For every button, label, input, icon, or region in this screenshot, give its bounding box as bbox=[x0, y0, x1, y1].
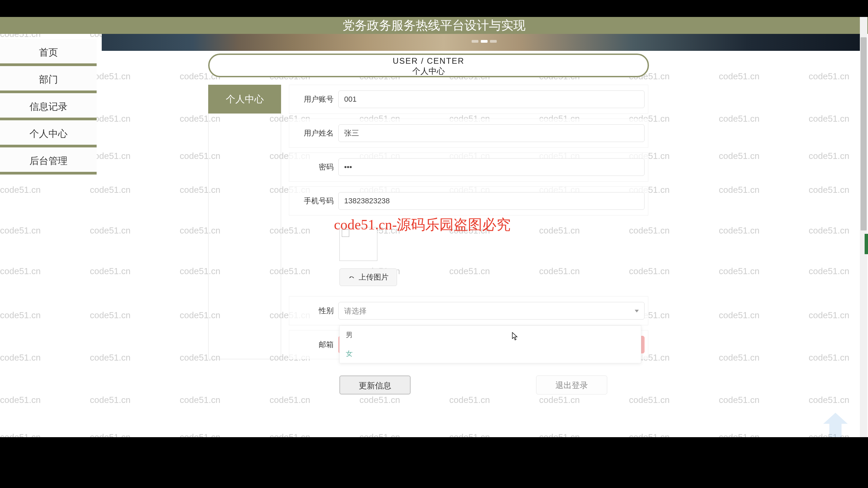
tab-user-center[interactable]: 个人中心 bbox=[208, 85, 281, 114]
tab-panel bbox=[208, 85, 281, 359]
content-card: 个人中心 用户账号 用户姓名 密码 手机号码 bbox=[208, 85, 649, 403]
upload-button[interactable]: 上传图片 bbox=[339, 268, 397, 286]
name-input[interactable] bbox=[338, 124, 645, 142]
back-to-top-icon[interactable] bbox=[823, 413, 848, 437]
sidebar-item-department[interactable]: 部门 bbox=[0, 66, 97, 93]
cursor-icon bbox=[512, 332, 518, 341]
phone-input[interactable] bbox=[338, 192, 645, 210]
gender-placeholder: 请选择 bbox=[344, 307, 367, 315]
password-input[interactable] bbox=[338, 158, 645, 176]
label-email: 邮箱 bbox=[293, 340, 338, 350]
sidebar-item-user-center[interactable]: 个人中心 bbox=[0, 120, 97, 147]
label-password: 密码 bbox=[293, 162, 338, 172]
label-account: 用户账号 bbox=[293, 94, 338, 104]
tab-label: 个人中心 bbox=[226, 94, 264, 104]
sidebar: 首页 部门 信息记录 个人中心 后台管理 bbox=[0, 39, 102, 175]
carousel-dot[interactable] bbox=[472, 40, 478, 43]
carousel-dots[interactable] bbox=[472, 40, 497, 43]
page-header: 党务政务服务热线平台设计与实现 bbox=[0, 17, 868, 34]
field-row-name: 用户姓名 bbox=[289, 119, 648, 148]
carousel-dot[interactable] bbox=[481, 40, 488, 43]
scrollbar-thumb[interactable] bbox=[861, 37, 867, 230]
sidebar-item-label: 部门 bbox=[39, 74, 58, 85]
page-title: 党务政务服务热线平台设计与实现 bbox=[342, 18, 526, 32]
app-viewport: code51.cncode51.cncode51.cncode51.cncode… bbox=[0, 17, 868, 437]
field-row-phone: 手机号码 bbox=[289, 186, 648, 216]
field-row-account: 用户账号 bbox=[289, 85, 648, 114]
sidebar-item-admin[interactable]: 后台管理 bbox=[0, 147, 97, 175]
gender-dropdown[interactable]: 男 女 bbox=[339, 325, 641, 363]
sidebar-item-label: 首页 bbox=[39, 47, 58, 58]
section-heading-cn: 个人中心 bbox=[210, 66, 648, 77]
label-gender: 性别 bbox=[293, 306, 338, 316]
upload-icon bbox=[348, 274, 355, 280]
sidebar-item-label: 个人中心 bbox=[29, 128, 67, 139]
logout-button[interactable]: 退出登录 bbox=[536, 375, 607, 394]
field-row-password: 密码 bbox=[289, 152, 648, 182]
sidebar-item-records[interactable]: 信息记录 bbox=[0, 93, 97, 120]
field-row-gender: 性别 请选择 bbox=[289, 296, 648, 325]
upload-label: 上传图片 bbox=[359, 272, 389, 282]
update-button[interactable]: 更新信息 bbox=[339, 375, 411, 394]
scrollbar[interactable] bbox=[860, 17, 867, 437]
account-input[interactable] bbox=[338, 90, 645, 108]
red-watermark: code51.cn-源码乐园盗图必究 bbox=[334, 215, 511, 234]
section-heading: USER / CENTER 个人中心 bbox=[208, 54, 649, 77]
label-phone: 手机号码 bbox=[293, 196, 338, 206]
gender-select[interactable]: 请选择 bbox=[338, 302, 645, 320]
hero-banner bbox=[102, 34, 861, 51]
sidebar-item-home[interactable]: 首页 bbox=[0, 39, 97, 66]
carousel-dot[interactable] bbox=[490, 40, 497, 43]
label-name: 用户姓名 bbox=[293, 128, 338, 138]
action-row: 更新信息 退出登录 bbox=[339, 375, 607, 394]
gender-option-female[interactable]: 女 bbox=[340, 344, 641, 363]
section-heading-en: USER / CENTER bbox=[210, 56, 648, 66]
sidebar-item-label: 后台管理 bbox=[29, 156, 67, 166]
gender-option-male[interactable]: 男 bbox=[340, 326, 641, 344]
sidebar-item-label: 信息记录 bbox=[29, 101, 67, 112]
scroll-position-marker bbox=[865, 234, 868, 254]
